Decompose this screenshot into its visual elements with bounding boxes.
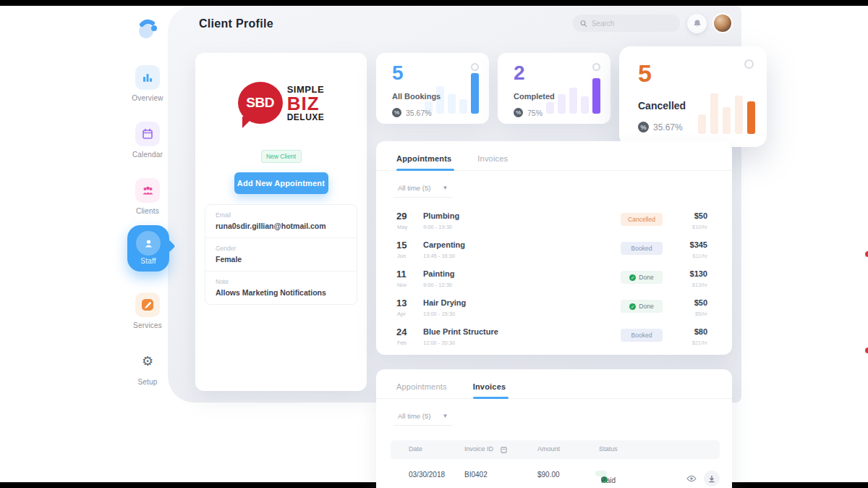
- appointment-time: 9:00 - 19:30: [423, 224, 452, 230]
- search-input[interactable]: [592, 20, 673, 28]
- stat-card-completed[interactable]: 2 Completed % 75%: [498, 53, 610, 124]
- chevron-down-icon: ▼: [442, 413, 448, 419]
- appointment-row[interactable]: 13 Apr Hair Drying 13:00 - 15:30 ✓Done $…: [376, 295, 732, 324]
- top-screen-bar: [0, 0, 868, 6]
- field-email: Email runa0sdir.gillian@hotmail.com: [205, 205, 357, 238]
- status-badge: ✓Done: [621, 271, 663, 284]
- sidebar-item-staff[interactable]: Staff: [127, 225, 169, 272]
- stat-card-all-bookings[interactable]: 5 All Bookings % 35.67%: [376, 53, 489, 124]
- field-label: Gender: [216, 245, 346, 252]
- field-value: Female: [216, 255, 346, 264]
- appointment-rate: $21/hr: [692, 340, 707, 346]
- services-brush-icon: [135, 293, 160, 317]
- percent-badge-icon: %: [392, 108, 401, 117]
- radio-icon[interactable]: [471, 63, 479, 71]
- radio-icon[interactable]: [744, 59, 754, 69]
- appointments-card: Appointments Invoices All time (5) ▼ 29 …: [376, 141, 732, 355]
- appointment-rate: $5/hr: [695, 311, 707, 317]
- appointment-month: Jun: [397, 253, 406, 259]
- sidebar-item-services[interactable]: Services: [115, 293, 180, 329]
- column-date: Date: [409, 445, 422, 453]
- sidebar-item-label: Calendar: [115, 151, 180, 159]
- appointment-row[interactable]: 29 May Plumbing 9:00 - 19:30 Cancelled $…: [376, 208, 732, 237]
- field-value: Allows Marketing Notifications: [216, 288, 346, 297]
- stat-percent: 35.67%: [653, 122, 683, 132]
- client-fields: Email runa0sdir.gillian@hotmail.com Gend…: [205, 204, 357, 305]
- appointment-service: Hair Drying: [423, 298, 466, 307]
- column-status: Status: [599, 445, 618, 453]
- field-label: Email: [216, 211, 346, 219]
- logo-line2: BIZ: [287, 94, 325, 113]
- view-invoice-button[interactable]: [684, 471, 699, 487]
- sidebar-item-clients[interactable]: Clients: [115, 178, 180, 215]
- stat-value: 5: [638, 59, 652, 88]
- mini-bar-chart: [425, 73, 479, 114]
- stat-label: Cancelled: [638, 100, 686, 112]
- mini-bar-chart: [546, 73, 600, 114]
- column-amount: Amount: [537, 445, 560, 453]
- edge-red-dot: [865, 348, 868, 353]
- invoices-card: Appointments Invoices All time (5) ▼ Dat…: [376, 369, 732, 488]
- time-filter-dropdown[interactable]: All time (5) ▼: [393, 178, 452, 198]
- appointment-rate: $11/hr: [692, 253, 707, 259]
- radio-icon[interactable]: [592, 63, 600, 71]
- sbd-logo-bubble: SBD: [238, 82, 283, 124]
- field-note: Note Allows Marketing Notifications: [205, 272, 357, 304]
- invoice-date: 03/30/2018: [409, 471, 445, 479]
- sidebar-item-overview[interactable]: Overview: [115, 65, 180, 102]
- field-value: runa0sdir.gillian@hotmail.com: [216, 222, 346, 230]
- appointment-row[interactable]: 24 Feb Blue Print Structure 12:00 - 20:3…: [376, 324, 732, 353]
- appointment-rate: $10/hr: [692, 224, 707, 230]
- logo-abbr: SBD: [246, 95, 274, 111]
- appointment-service: Carpenting: [423, 240, 465, 249]
- sidebar-item-label: Overview: [115, 94, 180, 102]
- search-icon: [580, 20, 587, 28]
- appointment-time: 13:45 - 16:30: [423, 253, 455, 259]
- client-logo: SBD SIMPLE BIZ DELUXE: [195, 82, 367, 124]
- appointment-service: Painting: [423, 269, 454, 278]
- add-new-appointment-button[interactable]: Add New Appointment: [234, 172, 328, 194]
- appointment-service: Plumbing: [423, 211, 459, 220]
- sidebar-item-calendar[interactable]: Calendar: [115, 122, 180, 159]
- setup-gear-icon: ⚙: [135, 349, 160, 374]
- status-badge: Booked: [621, 329, 663, 342]
- invoice-id-sort-icon[interactable]: [501, 447, 507, 453]
- stat-value: 2: [514, 62, 525, 85]
- stat-card-cancelled[interactable]: 5 Cancelled % 35.67%: [619, 46, 767, 147]
- download-invoice-button[interactable]: [704, 471, 720, 487]
- tab-invoices[interactable]: Invoices: [477, 154, 508, 163]
- page-title: Client Profile: [199, 17, 273, 30]
- appointment-service: Blue Print Structure: [423, 327, 498, 336]
- user-avatar[interactable]: [712, 13, 733, 33]
- mini-bar-chart: [698, 82, 755, 134]
- invoice-row[interactable]: 03/30/2018 BI0402 $90.00 ✓Paid: [391, 465, 720, 487]
- appointment-day: 24: [396, 327, 407, 337]
- sidebar-item-label: Clients: [115, 207, 180, 215]
- appointment-month: Apr: [397, 311, 406, 317]
- appointment-row[interactable]: 15 Jun Carpenting 13:45 - 16:30 Booked $…: [376, 237, 732, 266]
- notifications-button[interactable]: [687, 14, 707, 33]
- time-filter-dropdown[interactable]: All time (5) ▼: [393, 406, 452, 426]
- invoice-amount: $90.00: [537, 471, 560, 479]
- sidebar-item-setup[interactable]: ⚙ Setup: [115, 349, 180, 386]
- search-box[interactable]: [573, 14, 680, 32]
- appointment-row[interactable]: 11 Nov Painting 9:00 - 12:30 ✓Done $130 …: [376, 266, 732, 295]
- tab-invoices[interactable]: Invoices: [473, 382, 506, 391]
- appointment-month: Feb: [397, 340, 407, 346]
- stat-percent: 75%: [527, 109, 542, 117]
- paid-status-badge: ✓Paid: [595, 471, 607, 476]
- tab-appointments[interactable]: Appointments: [396, 382, 447, 391]
- app-logo[interactable]: [135, 14, 162, 42]
- appointment-time: 13:00 - 15:30: [423, 311, 455, 317]
- appointment-day: 13: [396, 298, 407, 308]
- appointment-price: $130: [690, 269, 707, 278]
- tab-appointments[interactable]: Appointments: [396, 154, 451, 163]
- staff-person-icon: [136, 231, 161, 256]
- overview-chart-icon: [135, 65, 160, 90]
- appointment-time: 12:00 - 20:30: [423, 340, 455, 346]
- appointment-price: $80: [694, 327, 707, 336]
- client-card: SBD SIMPLE BIZ DELUXE New Client Add New…: [195, 53, 367, 391]
- logo-line3: DELUXE: [287, 113, 325, 122]
- app-logo-icon: [135, 14, 162, 42]
- invoice-table-header: Date Invoice ID Amount Status: [391, 440, 720, 459]
